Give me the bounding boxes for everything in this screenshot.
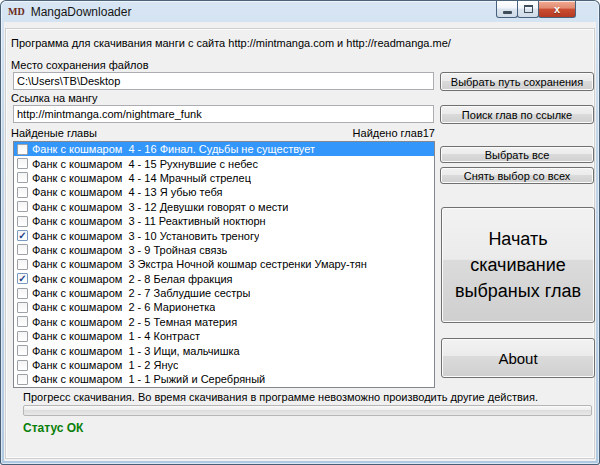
maximize-icon (524, 5, 533, 13)
checkbox-icon[interactable] (17, 244, 28, 255)
chapter-row[interactable]: Фанк с кошмаром 2 - 6 Марионетка (14, 300, 434, 314)
chapter-label: Фанк с кошмаром 4 - 16 Финал. Судьбы не … (32, 143, 315, 155)
app-icon: MD (8, 7, 25, 17)
select-all-button[interactable]: Выбрать все (440, 146, 594, 163)
checkbox-icon[interactable] (17, 316, 28, 327)
deselect-all-button[interactable]: Снять выбор со всех (440, 167, 594, 184)
checkbox-icon[interactable] (17, 144, 28, 155)
chapter-label: Фанк с кошмаром 1 - 1 Рыжий и Серебряный (32, 373, 265, 385)
chapter-row[interactable]: Фанк с кошмаром 3 Экстра Ночной кошмар с… (14, 257, 434, 271)
chapter-label: Фанк с кошмаром 4 - 15 Рухнувшие с небес (32, 158, 258, 170)
app-window: MD MangaDownloader x Программа для скачи… (0, 0, 600, 465)
manga-link-label: Ссылка на мангу (11, 92, 98, 104)
chapter-row[interactable]: Фанк с кошмаром 3 - 11 Реактивный ноктюр… (14, 214, 434, 228)
checkbox-checked-icon[interactable]: ✓ (17, 230, 28, 241)
chapter-row[interactable]: ✓Фанк с кошмаром 2 - 8 Белая фракция (14, 272, 434, 286)
checkbox-icon[interactable] (17, 158, 28, 169)
save-path-label: Место сохранения файлов (11, 59, 149, 71)
chapter-list[interactable]: Фанк с кошмаром 4 - 16 Финал. Судьбы не … (13, 141, 435, 388)
chapter-row[interactable]: Фанк с кошмаром 2 - 5 Темная материя (14, 315, 434, 329)
chapter-label: Фанк с кошмаром 3 - 11 Реактивный ноктюр… (32, 215, 266, 227)
chapter-row[interactable]: ✓Фанк с кошмаром 3 - 10 Установить трено… (14, 228, 434, 242)
window-title: MangaDownloader (31, 5, 132, 19)
progress-bar (23, 405, 592, 416)
search-chapters-button[interactable]: Поиск глав по ссылке (440, 105, 594, 124)
chapter-label: Фанк с кошмаром 3 Экстра Ночной кошмар с… (32, 258, 367, 270)
checkbox-icon[interactable] (17, 187, 28, 198)
close-button[interactable]: x (538, 1, 576, 18)
status-text: Статус ОК (23, 421, 83, 435)
chapter-row[interactable]: Фанк с кошмаром 1 - 1 Рыжий и Серебряный (14, 372, 434, 386)
chapter-row[interactable]: Фанк с кошмаром 3 - 12 Девушки говорят о… (14, 200, 434, 214)
checkbox-icon[interactable] (17, 331, 28, 342)
chapter-label: Фанк с кошмаром 2 - 5 Темная материя (32, 316, 237, 328)
checkbox-icon[interactable] (17, 201, 28, 212)
chapter-row[interactable]: Фанк с кошмаром 4 - 16 Финал. Судьбы не … (14, 142, 434, 156)
chapter-row[interactable]: Фанк с кошмаром 2 - 7 Заблудшие сестры (14, 286, 434, 300)
chapter-label: Фанк с кошмаром 1 - 4 Контраст (32, 330, 200, 342)
chapter-label: Фанк с кошмаром 2 - 8 Белая фракция (32, 273, 233, 285)
chapter-label: Фанк с кошмаром 2 - 6 Марионетка (32, 301, 215, 313)
chapter-label: Фанк с кошмаром 3 - 10 Установить треног… (32, 230, 259, 242)
chapter-row[interactable]: Фанк с кошмаром 1 - 2 Янус (14, 358, 434, 372)
chapter-label: Фанк с кошмаром 1 - 3 Ищи, мальчишка (32, 345, 240, 357)
chapter-label: Фанк с кошмаром 4 - 13 Я убью тебя (32, 186, 223, 198)
chapter-label: Фанк с кошмаром 2 - 7 Заблудшие сестры (32, 287, 250, 299)
progress-label: Прогресс скачивания. Во время скачивания… (23, 391, 538, 403)
maximize-button[interactable] (517, 1, 539, 18)
caption-buttons: x (497, 1, 576, 18)
checkbox-icon[interactable] (17, 172, 28, 183)
minimize-icon (503, 11, 512, 14)
checkbox-icon[interactable] (17, 360, 28, 371)
chapter-row[interactable]: Фанк с кошмаром 4 - 14 Мрачный стрелец (14, 171, 434, 185)
chapter-row[interactable]: Фанк с кошмаром 4 - 13 Я убью тебя (14, 185, 434, 199)
chapter-row[interactable]: Фанк с кошмаром 3 - 9 Тройная связь (14, 243, 434, 257)
chapter-row[interactable]: Фанк с кошмаром 1 - 4 Контраст (14, 329, 434, 343)
chapters-header: Найденые главы (11, 127, 97, 139)
checkbox-icon[interactable] (17, 288, 28, 299)
chapter-label: Фанк с кошмаром 4 - 14 Мрачный стрелец (32, 172, 251, 184)
chapter-label: Фанк с кошмаром 3 - 12 Девушки говорят о… (32, 201, 288, 213)
start-download-button[interactable]: Начать скачивание выбраных глав (441, 207, 595, 323)
about-button[interactable]: About (441, 338, 595, 378)
checkbox-icon[interactable] (17, 259, 28, 270)
checkbox-icon[interactable] (17, 345, 28, 356)
minimize-button[interactable] (496, 1, 518, 18)
checkbox-icon[interactable] (17, 302, 28, 313)
found-count-label: Найдено глав17 (304, 127, 435, 139)
close-icon: x (554, 4, 560, 15)
browse-path-button[interactable]: Выбрать путь сохранения (440, 72, 594, 91)
chapter-label: Фанк с кошмаром 3 - 9 Тройная связь (32, 244, 227, 256)
checkbox-icon[interactable] (17, 374, 28, 385)
intro-text: Программа для скачивания манги с сайта h… (11, 37, 451, 49)
manga-link-input[interactable] (13, 105, 434, 123)
save-path-input[interactable] (13, 72, 434, 90)
chapter-row[interactable]: Фанк с кошмаром 1 - 3 Ищи, мальчишка (14, 343, 434, 357)
checkbox-checked-icon[interactable]: ✓ (17, 273, 28, 284)
client-area: Программа для скачивания манги с сайта h… (4, 22, 596, 461)
chapter-row[interactable]: Фанк с кошмаром 4 - 15 Рухнувшие с небес (14, 156, 434, 170)
chapter-label: Фанк с кошмаром 1 - 2 Янус (32, 359, 178, 371)
checkbox-icon[interactable] (17, 216, 28, 227)
